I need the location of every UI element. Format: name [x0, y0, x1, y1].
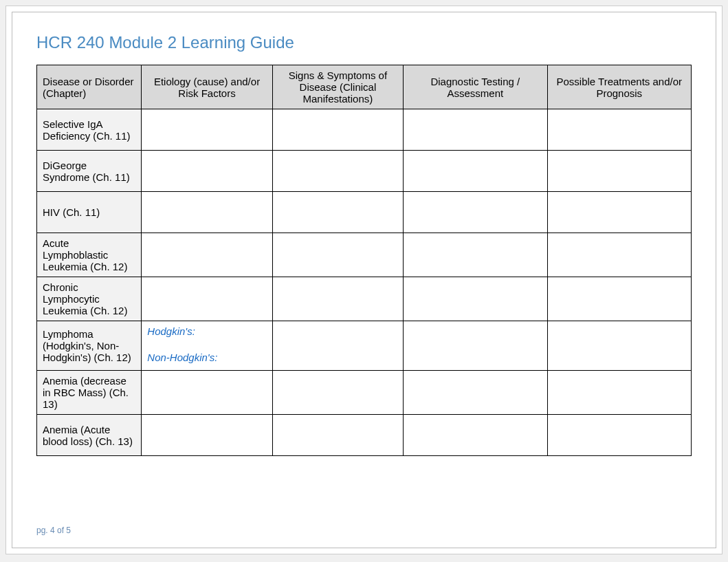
- cell-diag: [404, 233, 547, 277]
- cell-signs: [272, 321, 403, 371]
- cell-disease: HIV (Ch. 11): [37, 192, 142, 233]
- page-outer: HCR 240 Module 2 Learning Guide Disease …: [5, 6, 723, 554]
- cell-signs: [272, 233, 403, 277]
- cell-diag: [404, 321, 547, 371]
- table-row: DiGeorge Syndrome (Ch. 11): [37, 151, 692, 192]
- cell-diag: [404, 415, 547, 456]
- cell-disease: Lymphoma (Hodgkin's, Non-Hodgkin's) (Ch.…: [37, 321, 142, 371]
- cell-etiology: [142, 109, 272, 151]
- cell-treat: [547, 192, 691, 233]
- cell-etiology: [142, 277, 272, 321]
- cell-diag: [404, 192, 547, 233]
- learning-guide-table: Disease or Disorder (Chapter) Etiology (…: [36, 65, 692, 456]
- etiology-subentry-nonhodgkins: Non-Hodgkin's:: [147, 352, 266, 363]
- table-row: Anemia (Acute blood loss) (Ch. 13): [37, 415, 692, 456]
- cell-diag: [404, 109, 547, 151]
- page-title: HCR 240 Module 2 Learning Guide: [36, 33, 692, 52]
- cell-signs: [272, 415, 403, 456]
- cell-etiology: [142, 192, 272, 233]
- cell-signs: [272, 109, 403, 151]
- cell-etiology: [142, 371, 272, 415]
- cell-treat: [547, 371, 691, 415]
- cell-etiology: [142, 151, 272, 192]
- table-row: Selective IgA Deficiency (Ch. 11): [37, 109, 692, 151]
- cell-signs: [272, 371, 403, 415]
- cell-treat: [547, 151, 691, 192]
- cell-disease: Anemia (Acute blood loss) (Ch. 13): [37, 415, 142, 456]
- cell-treat: [547, 415, 691, 456]
- header-signs: Signs & Symptoms of Disease (Clinical Ma…: [272, 65, 403, 109]
- table-row: Acute Lymphoblastic Leukemia (Ch. 12): [37, 233, 692, 277]
- header-treatments: Possible Treatments and/or Prognosis: [547, 65, 691, 109]
- cell-etiology: [142, 415, 272, 456]
- table-row: Lymphoma (Hodgkin's, Non-Hodgkin's) (Ch.…: [37, 321, 692, 371]
- cell-signs: [272, 277, 403, 321]
- cell-treat: [547, 321, 691, 371]
- cell-disease: Anemia (decrease in RBC Mass) (Ch. 13): [37, 371, 142, 415]
- cell-disease: Chronic Lymphocytic Leukemia (Ch. 12): [37, 277, 142, 321]
- table-row: Anemia (decrease in RBC Mass) (Ch. 13): [37, 371, 692, 415]
- cell-signs: [272, 151, 403, 192]
- page-number: pg. 4 of 5: [36, 526, 71, 535]
- header-etiology: Etiology (cause) and/or Risk Factors: [142, 65, 272, 109]
- etiology-subentry-hodgkins: Hodgkin's:: [147, 325, 266, 337]
- cell-diag: [404, 371, 547, 415]
- cell-signs: [272, 192, 403, 233]
- table-header-row: Disease or Disorder (Chapter) Etiology (…: [37, 65, 692, 109]
- cell-disease: Selective IgA Deficiency (Ch. 11): [37, 109, 142, 151]
- cell-treat: [547, 109, 691, 151]
- table-row: HIV (Ch. 11): [37, 192, 692, 233]
- cell-diag: [404, 151, 547, 192]
- table-row: Chronic Lymphocytic Leukemia (Ch. 12): [37, 277, 692, 321]
- page-inner: HCR 240 Module 2 Learning Guide Disease …: [12, 12, 716, 548]
- cell-etiology: [142, 233, 272, 277]
- cell-treat: [547, 277, 691, 321]
- cell-etiology: Hodgkin's: Non-Hodgkin's:: [142, 321, 272, 371]
- cell-treat: [547, 233, 691, 277]
- header-diagnostic: Diagnostic Testing / Assessment: [404, 65, 547, 109]
- cell-disease: Acute Lymphoblastic Leukemia (Ch. 12): [37, 233, 142, 277]
- cell-diag: [404, 277, 547, 321]
- header-disease: Disease or Disorder (Chapter): [37, 65, 142, 109]
- cell-disease: DiGeorge Syndrome (Ch. 11): [37, 151, 142, 192]
